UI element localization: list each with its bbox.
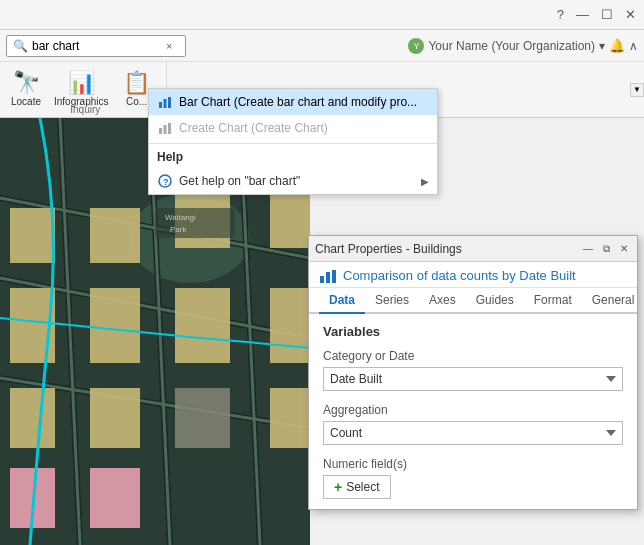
chart-properties-panel: Chart Properties - Buildings — ⧉ ✕ Compa… [308,235,638,510]
select-button-area: + Select [323,475,623,499]
maximize-icon[interactable]: ☐ [601,7,613,22]
svg-rect-16 [10,388,55,448]
top-bar: ? — ☐ ✕ [0,0,644,30]
notification-icon[interactable]: 🔔 [609,38,625,53]
dropdown-help-item[interactable]: ? Get help on "bar chart" ▶ [149,168,437,194]
svg-rect-23 [270,288,310,363]
search-input[interactable] [32,39,162,53]
dropdown-item-create-chart[interactable]: Create Chart (Create Chart) [149,115,437,141]
close-icon[interactable]: ✕ [625,7,636,22]
chart-header-title: Comparison of data counts by Date Built [343,268,576,283]
search-clear-icon[interactable]: × [166,40,172,52]
co-label: Co... [126,96,147,107]
svg-rect-26 [90,468,140,528]
ribbon-scroll-down[interactable]: ▼ [630,83,644,97]
dropdown-divider [149,143,437,144]
dropdown-item-bar-chart[interactable]: Bar Chart (Create bar chart and modify p… [149,89,437,115]
svg-text:Park: Park [170,225,187,234]
tab-format[interactable]: Format [524,288,582,314]
bar-chart-item-label: Bar Chart (Create bar chart and modify p… [179,95,417,109]
aggregation-field-label: Aggregation [323,403,623,417]
svg-rect-39 [320,276,324,283]
select-button[interactable]: + Select [323,475,391,499]
aggregation-container: Count [323,421,623,445]
search-row: 🔍 × Y Your Name (Your Organization) ▾ 🔔 … [0,30,644,62]
svg-rect-18 [90,288,140,363]
svg-rect-33 [168,97,171,108]
chart-title: Chart Properties - Buildings [315,242,577,256]
bar-chart-menu-icon [157,94,173,110]
help-icon[interactable]: ? [557,7,564,22]
chart-content: Variables Category or Date Date Built Ag… [309,314,637,509]
chart-panel-header: Comparison of data counts by Date Built [309,262,637,288]
search-box[interactable]: 🔍 × [6,35,186,57]
svg-rect-36 [168,123,171,134]
chart-tabs: Data Series Axes Guides Format General .… [309,288,637,314]
dropdown-menu: Bar Chart (Create bar chart and modify p… [148,88,438,195]
svg-rect-21 [175,288,230,363]
svg-rect-34 [159,128,162,134]
infographics-icon: 📊 [68,72,95,94]
svg-rect-41 [332,270,336,283]
locate-tool[interactable]: 🔭 Locate [4,65,48,115]
chart-titlebar: Chart Properties - Buildings — ⧉ ✕ [309,236,637,262]
search-icon: 🔍 [13,39,28,53]
svg-rect-40 [326,272,330,283]
chart-header-icon [319,269,337,283]
user-label[interactable]: Your Name (Your Organization) [428,39,595,53]
tab-data[interactable]: Data [319,288,365,314]
locate-label: Locate [11,96,41,107]
create-chart-icon [157,120,173,136]
numeric-fields-label: Numeric field(s) [323,457,623,471]
tab-guides[interactable]: Guides [466,288,524,314]
tab-axes[interactable]: Axes [419,288,466,314]
svg-rect-24 [270,388,310,448]
svg-rect-31 [159,102,162,108]
tab-general[interactable]: General [582,288,644,314]
help-circle-icon: ? [157,173,173,189]
svg-rect-32 [164,99,167,108]
svg-text:?: ? [163,177,169,187]
svg-rect-17 [90,208,140,263]
restore-panel-button[interactable]: ⧉ [599,242,613,256]
svg-text:Waitangi: Waitangi [165,213,196,222]
plus-icon: + [334,479,342,495]
category-select[interactable]: Date Built [323,367,623,391]
user-avatar: Y [408,38,424,54]
co-icon: 📋 [123,72,150,94]
variables-section-label: Variables [323,324,623,339]
help-item-label: Get help on "bar chart" [179,174,300,188]
svg-rect-14 [10,208,55,263]
locate-icon: 🔭 [13,72,40,94]
svg-rect-35 [164,125,167,134]
dropdown-arrow-icon: ▶ [421,176,429,187]
user-initial: Y [413,41,419,51]
ribbon-group-inquiry: 🔭 Locate 📊 Infographics 📋 Co... Inquiry [4,62,167,117]
svg-rect-27 [175,388,230,448]
aggregation-select[interactable]: Count [323,421,623,445]
svg-rect-19 [90,388,140,448]
inquiry-group-label: Inquiry [70,104,100,115]
tab-series[interactable]: Series [365,288,419,314]
create-chart-item-label: Create Chart (Create Chart) [179,121,328,135]
category-field-label: Category or Date [323,349,623,363]
user-area: Y Your Name (Your Organization) ▾ 🔔 ∧ [408,38,638,54]
select-button-label: Select [346,480,379,494]
minimize-icon[interactable]: — [576,7,589,22]
close-panel-button[interactable]: ✕ [617,242,631,256]
help-section-header: Help [149,146,437,168]
chevron-up-icon[interactable]: ∧ [629,39,638,53]
minimize-panel-button[interactable]: — [581,242,595,256]
chevron-down-icon[interactable]: ▾ [599,39,605,53]
